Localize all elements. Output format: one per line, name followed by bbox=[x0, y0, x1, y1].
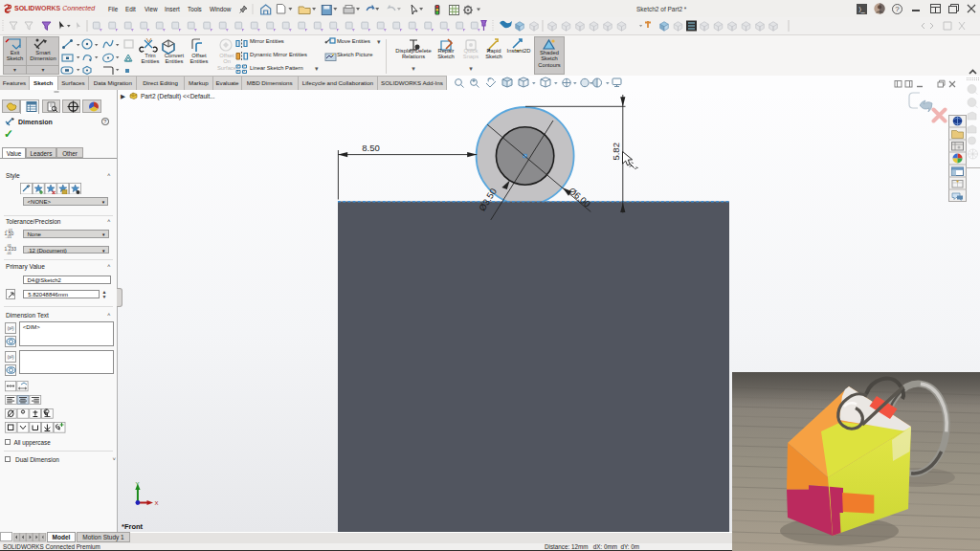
svg-text:Y: Y bbox=[136, 481, 140, 487]
svg-text:8.50: 8.50 bbox=[362, 143, 380, 153]
svg-text:X: X bbox=[155, 500, 159, 506]
svg-text:5.82: 5.82 bbox=[611, 143, 621, 161]
svg-text:*Front: *Front bbox=[122, 522, 144, 531]
